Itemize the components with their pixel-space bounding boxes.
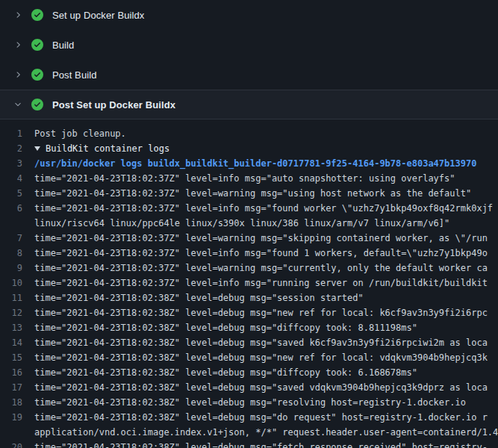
step-header-set-up-docker-buildx[interactable]: Set up Docker Buildx <box>0 0 498 30</box>
log-line-number[interactable]: 17 <box>0 380 34 395</box>
log-line-number[interactable]: 4 <box>0 171 34 186</box>
log-line: 2BuildKit container logs <box>0 141 498 156</box>
log-group-label: BuildKit container logs <box>46 141 169 156</box>
log-line-text: time="2021-04-23T18:02:37Z" level=warnin… <box>34 186 498 201</box>
log-line: 17time="2021-04-23T18:02:38Z" level=debu… <box>0 380 498 395</box>
log-line-number[interactable]: 18 <box>0 395 34 410</box>
log-line: 4time="2021-04-23T18:02:37Z" level=info … <box>0 171 498 186</box>
log-line-number[interactable]: 9 <box>0 261 34 276</box>
log-line-number[interactable]: 12 <box>0 305 34 320</box>
step-label: Set up Docker Buildx <box>52 10 144 21</box>
actions-log-viewer: Set up Docker BuildxBuildPost BuildPost … <box>0 0 498 448</box>
log-line: 1Post job cleanup. <box>0 126 498 141</box>
check-circle-icon <box>31 99 43 111</box>
step-header-post-set-up-docker-buildx[interactable]: Post Set up Docker Buildx <box>0 90 498 119</box>
check-circle-icon <box>31 39 43 51</box>
log-line-text: time="2021-04-23T18:02:37Z" level=warnin… <box>34 261 498 276</box>
log-line-text: time="2021-04-23T18:02:38Z" level=debug … <box>34 410 498 425</box>
log-line-text: time="2021-04-23T18:02:38Z" level=debug … <box>34 380 498 395</box>
log-line-number <box>0 425 34 440</box>
log-panel: 1Post job cleanup.2BuildKit container lo… <box>0 119 498 448</box>
log-line: 6time="2021-04-23T18:02:37Z" level=info … <box>0 201 498 216</box>
log-line: 15time="2021-04-23T18:02:38Z" level=debu… <box>0 350 498 365</box>
log-line-number[interactable]: 1 <box>0 126 34 141</box>
step-label: Post Set up Docker Buildx <box>52 99 175 111</box>
step-label: Build <box>52 40 74 51</box>
log-line-text: Post job cleanup. <box>34 126 498 141</box>
log-line: 7time="2021-04-23T18:02:37Z" level=warni… <box>0 231 498 246</box>
log-line-text: time="2021-04-23T18:02:38Z" level=debug … <box>34 395 498 410</box>
log-line: 14time="2021-04-23T18:02:38Z" level=debu… <box>0 335 498 350</box>
log-line-text: time="2021-04-23T18:02:37Z" level=info m… <box>34 246 498 261</box>
log-line-number[interactable]: 13 <box>0 320 34 335</box>
log-line-text: time="2021-04-23T18:02:38Z" level=debug … <box>34 440 498 448</box>
step-label: Post Build <box>52 69 97 81</box>
log-group-toggle[interactable]: BuildKit container logs <box>34 141 498 156</box>
log-line-number[interactable]: 6 <box>0 201 34 216</box>
log-line-number[interactable]: 15 <box>0 350 34 365</box>
log-line-text: time="2021-04-23T18:02:37Z" level=info m… <box>34 171 498 186</box>
log-line-text: time="2021-04-23T18:02:37Z" level=warnin… <box>34 231 498 246</box>
log-line-text: time="2021-04-23T18:02:37Z" level=info m… <box>34 276 498 290</box>
log-line-text: time="2021-04-23T18:02:38Z" level=debug … <box>34 290 498 305</box>
steps-list: Set up Docker BuildxBuildPost BuildPost … <box>0 0 498 119</box>
log-line: 16time="2021-04-23T18:02:38Z" level=debu… <box>0 365 498 380</box>
log-line-number[interactable]: 5 <box>0 186 34 201</box>
log-line-text: time="2021-04-23T18:02:37Z" level=info m… <box>34 201 498 216</box>
log-line: 8time="2021-04-23T18:02:37Z" level=info … <box>0 246 498 261</box>
log-line-number[interactable]: 8 <box>0 246 34 261</box>
log-line: 13time="2021-04-23T18:02:38Z" level=debu… <box>0 320 498 335</box>
log-line-number[interactable]: 14 <box>0 335 34 350</box>
log-line-number <box>0 216 34 231</box>
log-line: 20time="2021-04-23T18:02:38Z" level=debu… <box>0 440 498 448</box>
log-line-text: time="2021-04-23T18:02:38Z" level=debug … <box>34 350 498 365</box>
log-command-text: /usr/bin/docker logs buildx_buildkit_bui… <box>34 156 498 171</box>
log-line-text: time="2021-04-23T18:02:38Z" level=debug … <box>34 335 498 350</box>
log-line-number[interactable]: 2 <box>0 141 34 156</box>
log-line: 11time="2021-04-23T18:02:38Z" level=debu… <box>0 290 498 305</box>
step-header-build[interactable]: Build <box>0 30 498 60</box>
log-line: application/vnd.oci.image.index.v1+json,… <box>0 425 498 440</box>
chevron-down-icon[interactable] <box>12 99 24 111</box>
log-line-number[interactable]: 20 <box>0 440 34 448</box>
triangle-down-icon <box>34 146 40 151</box>
log-line-number[interactable]: 3 <box>0 156 34 171</box>
log-line: 9time="2021-04-23T18:02:37Z" level=warni… <box>0 261 498 276</box>
log-line: 19time="2021-04-23T18:02:38Z" level=debu… <box>0 410 498 425</box>
log-line-number[interactable]: 19 <box>0 410 34 425</box>
chevron-right-icon[interactable] <box>12 69 24 81</box>
log-line: 3/usr/bin/docker logs buildx_buildkit_bu… <box>0 156 498 171</box>
log-line: linux/riscv64 linux/ppc64le linux/s390x … <box>0 216 498 231</box>
log-line-text: time="2021-04-23T18:02:38Z" level=debug … <box>34 365 498 380</box>
log-line-text: application/vnd.oci.image.index.v1+json,… <box>34 425 498 440</box>
log-line-text: linux/riscv64 linux/ppc64le linux/s390x … <box>34 216 498 231</box>
log-line: 10time="2021-04-23T18:02:37Z" level=info… <box>0 276 498 290</box>
log-line: 5time="2021-04-23T18:02:37Z" level=warni… <box>0 186 498 201</box>
log-line-number[interactable]: 16 <box>0 365 34 380</box>
chevron-right-icon[interactable] <box>12 9 24 21</box>
log-line-text: time="2021-04-23T18:02:38Z" level=debug … <box>34 320 498 335</box>
log-line-number[interactable]: 7 <box>0 231 34 246</box>
step-header-post-build[interactable]: Post Build <box>0 60 498 90</box>
log-line-number[interactable]: 10 <box>0 276 34 290</box>
log-line: 18time="2021-04-23T18:02:38Z" level=debu… <box>0 395 498 410</box>
chevron-right-icon[interactable] <box>12 39 24 51</box>
check-circle-icon <box>31 9 43 21</box>
log-line: 12time="2021-04-23T18:02:38Z" level=debu… <box>0 305 498 320</box>
log-line-text: time="2021-04-23T18:02:38Z" level=debug … <box>34 305 498 320</box>
log-line-number[interactable]: 11 <box>0 290 34 305</box>
check-circle-icon <box>31 69 43 81</box>
